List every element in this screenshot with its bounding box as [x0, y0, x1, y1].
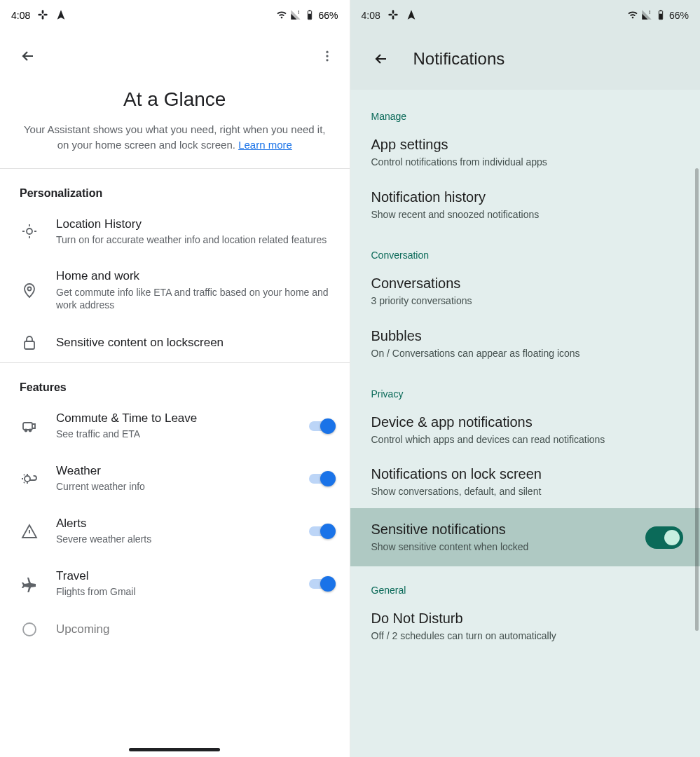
alert-icon [20, 523, 39, 540]
wifi-icon [276, 9, 287, 22]
upcoming-icon [20, 621, 39, 638]
upcoming-row[interactable]: Upcoming [0, 610, 350, 649]
row-title: Alerts [56, 516, 292, 531]
row-sub: Show conversations, default, and silent [371, 485, 680, 498]
row-title: Sensitive content on lockscreen [56, 335, 336, 350]
commute-icon [20, 418, 39, 435]
category-general: General [350, 566, 701, 600]
nav-app-icon [55, 9, 67, 22]
conversations-row[interactable]: Conversations 3 priority conversations [350, 265, 701, 318]
nav-pill[interactable] [129, 748, 220, 751]
device-app-notifications-row[interactable]: Device & app notifications Control which… [350, 404, 701, 456]
status-bar: 4:08 ! 66% [350, 0, 701, 25]
do-not-disturb-row[interactable]: Do Not Disturb Off / 2 schedules can tur… [350, 600, 701, 653]
svg-point-10 [326, 59, 328, 61]
travel-toggle[interactable] [309, 576, 336, 592]
row-sub: Control which apps and devices can read … [371, 433, 680, 446]
notification-history-row[interactable]: Notification history Show recent and sno… [350, 179, 701, 231]
at-a-glance-screen: 4:08 ! 66% At a Glance Your Assistant sh… [0, 0, 350, 757]
weather-row[interactable]: Weather Current weather info [0, 452, 350, 505]
battery-icon [655, 9, 666, 22]
svg-rect-3 [44, 13, 48, 15]
signal-icon: ! [641, 9, 652, 22]
row-title: Home and work [56, 268, 336, 284]
row-sub: Turn on for accurate weather info and lo… [56, 233, 336, 247]
wifi-icon [627, 9, 638, 22]
row-sub: Show recent and snoozed notifications [371, 208, 680, 221]
row-title: Do Not Disturb [371, 610, 680, 627]
sensitive-content-row[interactable]: Sensitive content on lockscreen [0, 323, 350, 362]
row-sub: Flights from Gmail [56, 585, 292, 599]
app-settings-row[interactable]: App settings Control notifications from … [350, 126, 701, 179]
svg-text:!: ! [298, 10, 300, 15]
category-privacy: Privacy [350, 370, 701, 404]
weather-toggle[interactable] [309, 471, 336, 486]
row-sub: Show sensitive content when locked [371, 540, 529, 554]
back-button[interactable] [14, 42, 42, 70]
battery-icon [304, 9, 315, 22]
category-conversation: Conversation [350, 231, 701, 265]
lock-icon [20, 334, 39, 351]
commute-row[interactable]: Commute & Time to Leave See traffic and … [0, 400, 350, 452]
sensitive-notifications-row[interactable]: Sensitive notifications Show sensitive c… [350, 508, 701, 566]
status-time: 4:08 [362, 10, 380, 21]
nav-app-icon [406, 9, 417, 22]
status-bar: 4:08 ! 66% [0, 0, 350, 25]
svg-rect-0 [42, 10, 44, 13]
battery-percent: 66% [318, 10, 338, 21]
pin-icon [20, 282, 39, 299]
row-sub: Get commute info like ETA and traffic ba… [56, 286, 336, 313]
svg-point-15 [25, 429, 27, 431]
lock-screen-notifications-row[interactable]: Notifications on lock screen Show conver… [350, 456, 701, 508]
svg-rect-14 [23, 423, 32, 430]
row-title: Location History [56, 217, 336, 232]
row-title: Notification history [371, 189, 680, 206]
bubbles-row[interactable]: Bubbles On / Conversations can appear as… [350, 318, 701, 370]
svg-text:!: ! [649, 10, 650, 15]
row-title: Commute & Time to Leave [56, 411, 292, 426]
svg-rect-2 [39, 13, 42, 15]
sensitive-notifications-toggle[interactable] [645, 526, 683, 549]
signal-icon: ! [290, 9, 301, 22]
overflow-menu-button[interactable] [313, 42, 341, 70]
svg-point-16 [29, 429, 32, 431]
location-icon [20, 223, 39, 240]
travel-row[interactable]: Travel Flights from Gmail [0, 557, 350, 610]
svg-rect-26 [659, 13, 662, 18]
section-personalization: Personalization [0, 169, 350, 205]
svg-rect-25 [660, 10, 662, 11]
row-sub: Control notifications from individual ap… [371, 156, 680, 169]
alerts-row[interactable]: Alerts Severe weather alerts [0, 505, 350, 557]
row-sub: Off / 2 schedules can turn on automatica… [371, 629, 680, 643]
page-subtitle: Your Assistant shows you what you need, … [0, 118, 350, 168]
alerts-toggle[interactable] [309, 524, 336, 539]
page-title: Notifications [413, 49, 505, 69]
svg-rect-20 [392, 15, 394, 19]
row-sub: On / Conversations can appear as floatin… [371, 347, 680, 360]
row-title: Upcoming [56, 622, 336, 637]
row-title: App settings [371, 136, 680, 154]
svg-rect-13 [25, 341, 34, 349]
back-button[interactable] [367, 45, 395, 73]
row-title: Bubbles [371, 327, 680, 345]
svg-point-8 [326, 51, 328, 53]
svg-rect-21 [388, 13, 392, 15]
row-sub: Severe weather alerts [56, 533, 292, 546]
notifications-screen: 4:08 ! 66% Notifications Manage App sett… [350, 0, 701, 757]
scrollbar[interactable] [695, 168, 699, 631]
row-title: Travel [56, 568, 292, 584]
commute-toggle[interactable] [309, 418, 336, 434]
status-time: 4:08 [11, 10, 30, 21]
svg-point-18 [23, 623, 36, 636]
row-sub: Current weather info [56, 480, 292, 493]
svg-rect-19 [392, 10, 394, 13]
row-sub: See traffic and ETA [56, 428, 292, 441]
row-title: Conversations [371, 275, 680, 292]
home-and-work-row[interactable]: Home and work Get commute info like ETA … [0, 257, 350, 323]
learn-more-link[interactable]: Learn more [238, 139, 292, 151]
airplane-icon [20, 575, 39, 592]
svg-rect-6 [309, 10, 311, 11]
location-history-row[interactable]: Location History Turn on for accurate we… [0, 205, 350, 258]
page-title: At a Glance [14, 88, 336, 111]
svg-point-9 [326, 55, 328, 57]
